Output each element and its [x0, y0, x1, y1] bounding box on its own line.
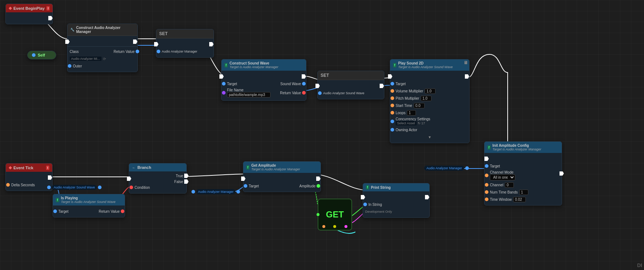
- ps2d-target-pin[interactable]: [391, 82, 394, 86]
- ga-exec-in[interactable]: [241, 176, 245, 181]
- construct-sw-header: f Construct Sound Wave Target is Audio A…: [222, 59, 306, 71]
- aam-wire2-text: Audio Analyzer Manager: [424, 166, 464, 171]
- iac-target-pin[interactable]: [485, 164, 488, 168]
- branch-exec-in[interactable]: [127, 176, 131, 181]
- set-sw-title: SET: [321, 73, 329, 78]
- channel-mode-select[interactable]: All in one: [490, 174, 515, 180]
- ps-exec-out[interactable]: [425, 195, 429, 199]
- start-time-pin[interactable]: [391, 104, 394, 107]
- exec-out-pin[interactable]: [133, 40, 137, 44]
- ip-target-pin[interactable]: [53, 209, 57, 213]
- outer-pin[interactable]: [68, 64, 71, 68]
- num-time-bands-input[interactable]: [519, 190, 528, 195]
- construct-sound-wave-node: f Construct Sound Wave Target is Audio A…: [221, 59, 306, 101]
- pitch-label: Pitch Multiplier: [396, 96, 419, 100]
- expand-icon[interactable]: ▼: [428, 135, 432, 139]
- exec-in-pin[interactable]: [388, 74, 392, 79]
- set-sw-header: SET: [318, 71, 384, 80]
- branch-arrow-icon: ←: [132, 166, 136, 170]
- is-playing-node: f Is Playing Target is Audio Analyzer So…: [53, 194, 125, 217]
- event-tick-title: Event Tick: [13, 166, 33, 170]
- exec-out-row: [6, 14, 53, 22]
- delta-seconds-label: Delta Seconds: [11, 183, 35, 187]
- ip-target-label: Target: [58, 209, 69, 213]
- vol-pin[interactable]: [391, 89, 394, 93]
- branch-false-pin[interactable]: [184, 179, 189, 184]
- exec-out-pin[interactable]: [209, 42, 214, 46]
- exec-in-pin[interactable]: [315, 84, 320, 88]
- branch-header: ← Branch: [129, 163, 186, 171]
- get-left-pin[interactable]: [317, 213, 319, 216]
- self-out-pin[interactable]: [32, 53, 36, 57]
- loops-input[interactable]: [407, 110, 416, 116]
- channel-input[interactable]: [505, 182, 514, 188]
- file-name-input[interactable]: [227, 92, 271, 97]
- func-icon-sw: f: [224, 63, 228, 67]
- loops-pin[interactable]: [391, 111, 394, 115]
- exec-in-pin[interactable]: [219, 74, 224, 79]
- set-aam-in-pin[interactable]: [157, 50, 160, 53]
- ga-target-label: Target: [249, 184, 259, 188]
- aam-wire-text: Audio Analyzer Manager: [196, 189, 235, 194]
- audio-analyzer-manager-label: Audio Analyzer Manager: [162, 50, 197, 53]
- reset-icon[interactable]: ⟳: [103, 57, 106, 61]
- ps-exec-in[interactable]: [361, 195, 365, 199]
- exec-in-pin[interactable]: [154, 42, 158, 46]
- start-time-input[interactable]: [414, 103, 425, 108]
- get-bottom-pin3[interactable]: [344, 225, 347, 228]
- event-tick-node: ◆ Event Tick ! Delta Seconds: [5, 163, 53, 191]
- num-time-bands-pin[interactable]: [485, 190, 488, 194]
- delta-seconds-pin[interactable]: [6, 183, 10, 187]
- is-playing-title: Is Playing: [61, 196, 115, 200]
- ga-exec-out[interactable]: [316, 176, 321, 181]
- construct-icon: 🔧: [70, 28, 74, 32]
- concurrency-pin[interactable]: [391, 120, 394, 123]
- print-string-title: Print String: [371, 186, 391, 190]
- time-window-input[interactable]: [513, 197, 526, 202]
- concurrency-label: Concurrency Settings: [396, 117, 430, 121]
- event-begin-play-node: ◆ Event BeginPlay !: [5, 4, 53, 24]
- return-value-sw-pin[interactable]: [302, 91, 306, 95]
- construct-sw-title: Construct Sound Wave: [230, 61, 278, 65]
- in-string-pin[interactable]: [363, 203, 367, 206]
- ga-target-pin[interactable]: [244, 184, 247, 188]
- exec-out-tick-pin[interactable]: [48, 175, 52, 180]
- aam-wire2-label: Audio Analyzer Manager: [424, 166, 469, 171]
- iac-exec-out[interactable]: [560, 171, 564, 176]
- audio-analyzer-mi-value: Audio Analyzer Mi...: [70, 57, 102, 61]
- condition-pin[interactable]: [129, 186, 133, 189]
- iac-exec-in[interactable]: [484, 157, 489, 161]
- false-label: False: [174, 180, 183, 184]
- audio-analyzer-sw-label: Audio Analyzer Sound Wave: [323, 91, 364, 95]
- get-bottom-pin2[interactable]: [333, 225, 336, 228]
- exec-in-pin[interactable]: [65, 40, 70, 44]
- owning-actor-pin[interactable]: [391, 128, 394, 132]
- exec-out-pin[interactable]: [380, 84, 384, 88]
- sound-wave-out-pin[interactable]: [302, 82, 306, 86]
- set-sw-in-pin[interactable]: [318, 91, 322, 95]
- channel-pin[interactable]: [485, 183, 488, 187]
- get-bottom-pin1[interactable]: [322, 225, 325, 228]
- blueprint-canvas[interactable]: ◆ Event BeginPlay ! Self 🔧 Construct Aud…: [0, 0, 644, 270]
- aam-sw-wire-label: Audio Analyzer Sound Wave: [47, 185, 102, 190]
- exec-out-pin[interactable]: [302, 74, 306, 79]
- file-name-pin[interactable]: [222, 91, 226, 95]
- branch-true-pin[interactable]: [184, 174, 189, 178]
- iac-target-label: Target: [490, 164, 500, 168]
- vol-input[interactable]: [425, 88, 435, 94]
- sound-wave-label: Sound Wave: [280, 82, 301, 86]
- time-window-pin[interactable]: [485, 198, 488, 201]
- is-playing-header: f Is Playing Target is Audio Analyzer So…: [53, 194, 125, 205]
- target-label: Target: [227, 82, 237, 86]
- ip-return-pin[interactable]: [121, 209, 124, 213]
- exec-out-pin[interactable]: [48, 16, 53, 20]
- exec-out-pin[interactable]: [465, 74, 469, 79]
- num-time-bands-label: Num Time Bands: [490, 190, 518, 194]
- target-in-pin[interactable]: [222, 82, 226, 86]
- pitch-pin[interactable]: [391, 96, 394, 100]
- pitch-input[interactable]: [421, 96, 432, 101]
- return-value-pin[interactable]: [136, 50, 139, 53]
- amplitude-pin[interactable]: [317, 184, 320, 188]
- channel-mode-pin[interactable]: [485, 174, 488, 177]
- set-aam-node: SET Audio Analyzer Manager: [156, 29, 214, 58]
